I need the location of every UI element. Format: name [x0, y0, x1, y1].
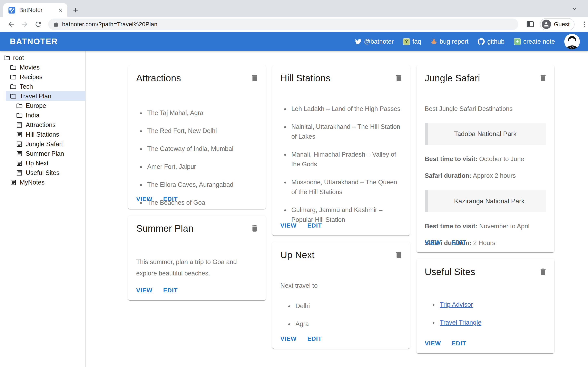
user-avatar[interactable]: </>: [564, 34, 580, 49]
note-icon: [16, 131, 23, 138]
tree-item-travel-plan[interactable]: Travel Plan: [0, 91, 85, 101]
travel-triangle-link[interactable]: Travel Triangle: [440, 319, 481, 326]
edit-button[interactable]: EDIT: [302, 333, 328, 344]
delete-note-button[interactable]: [394, 250, 404, 260]
up-next-list: Delhi Agra: [280, 301, 402, 329]
card-title: Hill Stations: [280, 73, 394, 83]
faq-label: faq: [412, 38, 421, 45]
list-item: Agra: [293, 319, 402, 329]
view-button[interactable]: VIEW: [420, 338, 446, 349]
park-quote: Kaziranga National Park: [425, 190, 546, 212]
note-icon: [10, 179, 17, 186]
folder-icon: [10, 74, 17, 81]
note-icon: [16, 122, 23, 128]
folder-icon: [10, 93, 17, 100]
note-icon: [16, 150, 23, 157]
tab-close-icon[interactable]: [58, 7, 63, 13]
tree-item-label: Hill Stations: [26, 131, 59, 138]
tree-item-movies[interactable]: Movies: [0, 63, 85, 72]
list-item: Delhi: [293, 301, 402, 311]
tree-item-mynotes[interactable]: MyNotes: [0, 178, 85, 187]
app-header: BATNOTER @batnoter ? faq bug report gith…: [0, 32, 588, 51]
twitter-label: @batnoter: [364, 38, 394, 45]
view-button[interactable]: VIEW: [420, 237, 446, 248]
tree-item-india[interactable]: India: [0, 110, 85, 120]
faq-link[interactable]: ? faq: [403, 38, 421, 45]
bug-report-link[interactable]: bug report: [431, 38, 468, 45]
tree-item-hill-stations[interactable]: Hill Stations: [0, 130, 85, 139]
faq-icon: ?: [403, 38, 410, 45]
twitter-link[interactable]: @batnoter: [355, 38, 394, 45]
edit-button[interactable]: EDIT: [302, 220, 328, 231]
tree-item-up-next[interactable]: Up Next: [0, 158, 85, 168]
tree-item-useful-sites[interactable]: Useful Sites: [0, 168, 85, 178]
list-item: Mussoorie, Uttarakhand – The Queen of th…: [289, 177, 402, 197]
note-icon: [16, 160, 23, 167]
side-panel-button[interactable]: [526, 20, 534, 28]
tree-item-recipes[interactable]: Recipes: [0, 72, 85, 82]
view-button[interactable]: VIEW: [276, 333, 302, 344]
app-logo[interactable]: BATNOTER: [10, 37, 58, 46]
tree-item-label: Tech: [20, 83, 33, 90]
park-meta: Best time to visit: October to June: [425, 154, 546, 164]
tab-title: BatNoter: [19, 7, 58, 13]
trip-advisor-link[interactable]: Trip Advisor: [440, 301, 473, 308]
edit-button[interactable]: EDIT: [157, 194, 183, 205]
notes-board: Attractions The Taj Mahal, Agra The Red …: [86, 51, 588, 367]
url-bar[interactable]: batnoter.com/?path=Travel%20Plan: [48, 18, 518, 30]
delete-note-button[interactable]: [250, 73, 260, 83]
meta-value: November to April: [477, 223, 529, 230]
card-intro: Next travel to: [280, 281, 402, 291]
create-note-link[interactable]: + create note: [514, 38, 555, 45]
edit-button[interactable]: EDIT: [446, 338, 472, 349]
edit-button[interactable]: EDIT: [446, 237, 472, 248]
tree-item-summer-plan[interactable]: Summer Plan: [0, 149, 85, 158]
tree-item-label: MyNotes: [20, 179, 44, 186]
park-name: Kaziranga National Park: [454, 197, 525, 205]
folder-icon: [16, 112, 23, 119]
list-item: The Red Fort, New Delhi: [145, 126, 258, 136]
view-button[interactable]: VIEW: [276, 220, 302, 231]
delete-note-button[interactable]: [538, 73, 548, 83]
profile-avatar-icon: [542, 20, 551, 29]
note-card-up-next: Up Next Next travel to Delhi Agra VIEW E…: [272, 242, 410, 349]
tree-item-label: root: [13, 54, 24, 62]
meta-label: Best time to visit:: [425, 155, 477, 162]
view-button[interactable]: VIEW: [131, 194, 157, 205]
edit-button[interactable]: EDIT: [157, 285, 183, 296]
back-button[interactable]: [7, 20, 15, 28]
browser-tab[interactable]: BatNoter: [3, 3, 67, 17]
new-tab-button[interactable]: [72, 7, 79, 14]
tree-item-jungle-safari[interactable]: Jungle Safari: [0, 139, 85, 149]
view-button[interactable]: VIEW: [131, 285, 157, 296]
attraction-list: The Taj Mahal, Agra The Red Fort, New De…: [136, 108, 258, 208]
forward-button[interactable]: [21, 20, 29, 28]
tree-item-label: Useful Sites: [26, 169, 60, 176]
tree-item-europe[interactable]: Europe: [0, 101, 85, 110]
delete-note-button[interactable]: [250, 223, 260, 234]
list-item: The Gateway of India, Mumbai: [145, 144, 258, 154]
reload-button[interactable]: [34, 20, 42, 28]
tree-item-attractions[interactable]: Attractions: [0, 120, 85, 130]
card-title: Summer Plan: [136, 223, 250, 234]
note-card-summer-plan: Summer Plan This summer, plan a trip to …: [128, 216, 266, 300]
folder-icon: [10, 64, 17, 71]
url-text: batnoter.com/?path=Travel%20Plan: [62, 21, 157, 28]
note-card-hill-stations: Hill Stations Leh Ladakh – Land of the H…: [272, 65, 410, 235]
browser-navbar: batnoter.com/?path=Travel%20Plan Guest: [0, 17, 588, 32]
tree-item-label: Movies: [20, 64, 40, 71]
delete-note-button[interactable]: [394, 73, 404, 83]
profile-chip[interactable]: Guest: [540, 18, 575, 30]
folder-icon: [16, 102, 23, 109]
tree-item-root[interactable]: root: [0, 53, 85, 63]
list-item: Travel Triangle: [438, 318, 546, 327]
delete-note-button[interactable]: [538, 267, 548, 277]
folder-icon: [10, 83, 17, 90]
github-link[interactable]: github: [478, 38, 504, 45]
create-note-icon: +: [514, 38, 521, 45]
note-card-useful-sites: Useful Sites Trip Advisor Travel Triangl…: [416, 259, 554, 353]
browser-menu-icon[interactable]: [581, 21, 588, 28]
tab-search-chevron-icon[interactable]: [571, 5, 578, 12]
tree-item-tech[interactable]: Tech: [0, 82, 85, 91]
park-name: Tadoba National Park: [454, 130, 517, 137]
